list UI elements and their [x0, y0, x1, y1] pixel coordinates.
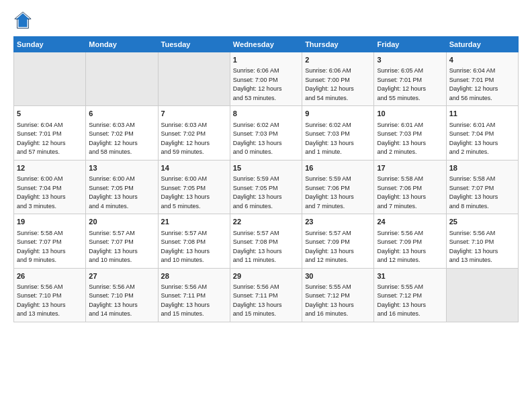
day-number: 28 — [161, 271, 227, 281]
day-info: Sunrise: 5:56 AM Sunset: 7:11 PM Dayligh… — [233, 283, 299, 319]
day-info: Sunrise: 5:56 AM Sunset: 7:10 PM Dayligh… — [449, 229, 515, 265]
day-number: 5 — [17, 109, 83, 119]
day-number: 20 — [89, 217, 154, 227]
day-info: Sunrise: 6:04 AM Sunset: 7:01 PM Dayligh… — [17, 121, 83, 157]
calendar-cell: 21Sunrise: 5:57 AM Sunset: 7:08 PM Dayli… — [158, 214, 230, 268]
header — [13, 11, 519, 30]
calendar-cell — [86, 52, 158, 106]
calendar-cell: 19Sunrise: 5:58 AM Sunset: 7:07 PM Dayli… — [14, 214, 86, 268]
calendar-cell: 12Sunrise: 6:00 AM Sunset: 7:04 PM Dayli… — [14, 160, 86, 214]
calendar-cell: 24Sunrise: 5:56 AM Sunset: 7:09 PM Dayli… — [374, 214, 446, 268]
calendar-cell — [446, 268, 518, 322]
day-number: 9 — [305, 109, 371, 119]
day-info: Sunrise: 5:55 AM Sunset: 7:12 PM Dayligh… — [305, 283, 371, 319]
col-header-saturday: Saturday — [446, 37, 518, 52]
col-header-wednesday: Wednesday — [230, 37, 302, 52]
day-info: Sunrise: 6:06 AM Sunset: 7:00 PM Dayligh… — [233, 66, 299, 103]
col-header-sunday: Sunday — [14, 37, 86, 52]
day-number: 2 — [305, 55, 371, 65]
calendar-cell: 15Sunrise: 5:59 AM Sunset: 7:05 PM Dayli… — [230, 160, 302, 214]
day-info: Sunrise: 5:59 AM Sunset: 7:05 PM Dayligh… — [233, 175, 299, 211]
calendar-week-3: 12Sunrise: 6:00 AM Sunset: 7:04 PM Dayli… — [14, 160, 519, 214]
calendar-cell: 13Sunrise: 6:00 AM Sunset: 7:05 PM Dayli… — [86, 160, 158, 214]
calendar-cell: 2Sunrise: 6:06 AM Sunset: 7:00 PM Daylig… — [302, 52, 374, 106]
calendar-cell: 30Sunrise: 5:55 AM Sunset: 7:12 PM Dayli… — [302, 268, 374, 322]
day-info: Sunrise: 5:57 AM Sunset: 7:07 PM Dayligh… — [89, 229, 154, 265]
page: SundayMondayTuesdayWednesdayThursdayFrid… — [0, 0, 532, 329]
calendar-cell: 6Sunrise: 6:03 AM Sunset: 7:02 PM Daylig… — [86, 106, 158, 160]
calendar-cell: 17Sunrise: 5:58 AM Sunset: 7:06 PM Dayli… — [374, 160, 446, 214]
day-info: Sunrise: 5:55 AM Sunset: 7:12 PM Dayligh… — [377, 283, 443, 319]
calendar-cell: 1Sunrise: 6:06 AM Sunset: 7:00 PM Daylig… — [230, 52, 302, 106]
col-header-monday: Monday — [86, 37, 158, 52]
calendar-cell: 25Sunrise: 5:56 AM Sunset: 7:10 PM Dayli… — [446, 214, 518, 268]
calendar-cell: 26Sunrise: 5:56 AM Sunset: 7:10 PM Dayli… — [14, 268, 86, 322]
day-number: 14 — [161, 163, 227, 173]
day-number: 22 — [233, 217, 299, 227]
calendar-cell: 28Sunrise: 5:56 AM Sunset: 7:11 PM Dayli… — [158, 268, 230, 322]
calendar-cell: 16Sunrise: 5:59 AM Sunset: 7:06 PM Dayli… — [302, 160, 374, 214]
day-number: 21 — [161, 217, 227, 227]
day-info: Sunrise: 6:06 AM Sunset: 7:00 PM Dayligh… — [305, 66, 371, 103]
day-info: Sunrise: 6:04 AM Sunset: 7:01 PM Dayligh… — [449, 66, 515, 103]
calendar-cell — [14, 52, 86, 106]
logo — [13, 11, 35, 30]
day-number: 13 — [89, 163, 154, 173]
day-info: Sunrise: 5:57 AM Sunset: 7:08 PM Dayligh… — [233, 229, 299, 265]
day-info: Sunrise: 5:57 AM Sunset: 7:08 PM Dayligh… — [161, 229, 227, 265]
day-info: Sunrise: 6:02 AM Sunset: 7:03 PM Dayligh… — [233, 121, 299, 157]
day-number: 17 — [377, 163, 443, 173]
day-number: 4 — [449, 55, 515, 65]
day-info: Sunrise: 6:03 AM Sunset: 7:02 PM Dayligh… — [161, 121, 227, 157]
calendar-cell: 29Sunrise: 5:56 AM Sunset: 7:11 PM Dayli… — [230, 268, 302, 322]
col-header-tuesday: Tuesday — [158, 37, 230, 52]
day-number: 30 — [305, 271, 371, 281]
day-info: Sunrise: 5:56 AM Sunset: 7:10 PM Dayligh… — [89, 283, 154, 319]
day-number: 8 — [233, 109, 299, 119]
day-info: Sunrise: 6:01 AM Sunset: 7:04 PM Dayligh… — [449, 121, 515, 157]
day-number: 26 — [17, 271, 83, 281]
calendar-week-5: 26Sunrise: 5:56 AM Sunset: 7:10 PM Dayli… — [14, 268, 519, 322]
day-number: 1 — [233, 55, 299, 65]
day-info: Sunrise: 6:00 AM Sunset: 7:05 PM Dayligh… — [161, 175, 227, 211]
day-info: Sunrise: 5:58 AM Sunset: 7:07 PM Dayligh… — [17, 229, 83, 265]
logo-icon — [13, 11, 32, 30]
day-info: Sunrise: 5:57 AM Sunset: 7:09 PM Dayligh… — [305, 229, 371, 265]
calendar-cell: 18Sunrise: 5:58 AM Sunset: 7:07 PM Dayli… — [446, 160, 518, 214]
day-number: 29 — [233, 271, 299, 281]
day-number: 27 — [89, 271, 154, 281]
day-number: 10 — [377, 109, 443, 119]
calendar-cell: 11Sunrise: 6:01 AM Sunset: 7:04 PM Dayli… — [446, 106, 518, 160]
calendar-cell: 4Sunrise: 6:04 AM Sunset: 7:01 PM Daylig… — [446, 52, 518, 106]
day-info: Sunrise: 5:56 AM Sunset: 7:10 PM Dayligh… — [17, 283, 83, 319]
day-info: Sunrise: 6:01 AM Sunset: 7:03 PM Dayligh… — [377, 121, 443, 157]
day-info: Sunrise: 5:56 AM Sunset: 7:09 PM Dayligh… — [377, 229, 443, 265]
calendar-cell: 31Sunrise: 5:55 AM Sunset: 7:12 PM Dayli… — [374, 268, 446, 322]
day-info: Sunrise: 5:58 AM Sunset: 7:06 PM Dayligh… — [377, 175, 443, 211]
day-number: 11 — [449, 109, 515, 119]
day-info: Sunrise: 6:00 AM Sunset: 7:05 PM Dayligh… — [89, 175, 154, 211]
calendar-header-row: SundayMondayTuesdayWednesdayThursdayFrid… — [14, 37, 519, 52]
svg-marker-0 — [16, 13, 30, 28]
day-number: 12 — [17, 163, 83, 173]
day-info: Sunrise: 6:02 AM Sunset: 7:03 PM Dayligh… — [305, 121, 371, 157]
calendar-cell: 5Sunrise: 6:04 AM Sunset: 7:01 PM Daylig… — [14, 106, 86, 160]
calendar-week-1: 1Sunrise: 6:06 AM Sunset: 7:00 PM Daylig… — [14, 52, 519, 106]
calendar-cell: 14Sunrise: 6:00 AM Sunset: 7:05 PM Dayli… — [158, 160, 230, 214]
calendar-week-4: 19Sunrise: 5:58 AM Sunset: 7:07 PM Dayli… — [14, 214, 519, 268]
day-number: 3 — [377, 55, 443, 65]
day-number: 7 — [161, 109, 227, 119]
calendar-table: SundayMondayTuesdayWednesdayThursdayFrid… — [13, 36, 519, 322]
calendar-cell: 8Sunrise: 6:02 AM Sunset: 7:03 PM Daylig… — [230, 106, 302, 160]
day-number: 25 — [449, 217, 515, 227]
calendar-cell — [158, 52, 230, 106]
calendar-week-2: 5Sunrise: 6:04 AM Sunset: 7:01 PM Daylig… — [14, 106, 519, 160]
day-number: 6 — [89, 109, 154, 119]
day-number: 31 — [377, 271, 443, 281]
day-info: Sunrise: 5:58 AM Sunset: 7:07 PM Dayligh… — [449, 175, 515, 211]
day-number: 18 — [449, 163, 515, 173]
calendar-cell: 22Sunrise: 5:57 AM Sunset: 7:08 PM Dayli… — [230, 214, 302, 268]
calendar-cell: 27Sunrise: 5:56 AM Sunset: 7:10 PM Dayli… — [86, 268, 158, 322]
day-number: 15 — [233, 163, 299, 173]
day-number: 16 — [305, 163, 371, 173]
